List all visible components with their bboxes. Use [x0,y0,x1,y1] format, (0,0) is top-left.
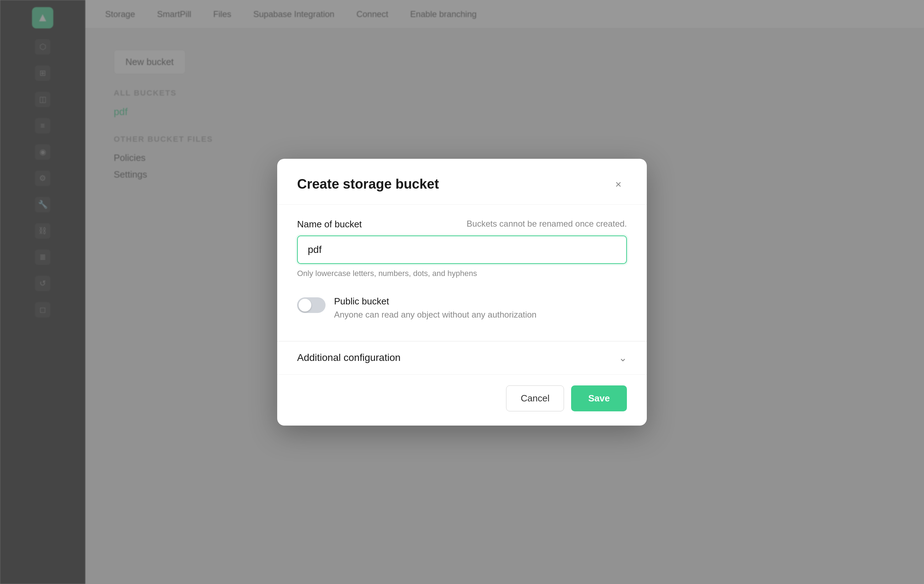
modal-title: Create storage bucket [297,176,439,192]
field-row: Name of bucket Buckets cannot be renamed… [297,219,627,230]
save-button[interactable]: Save [571,385,627,411]
public-bucket-label: Public bucket [334,296,536,307]
public-bucket-row: Public bucket Anyone can read any object… [297,292,627,327]
close-icon: × [615,178,622,191]
toggle-track[interactable] [297,297,325,313]
additional-config-label: Additional configuration [297,352,401,364]
modal-overlay: Create storage bucket × Name of bucket B… [0,0,924,584]
bucket-name-input[interactable] [297,235,627,264]
toggle-text: Public bucket Anyone can read any object… [334,296,536,320]
field-label: Name of bucket [297,219,362,230]
create-bucket-modal: Create storage bucket × Name of bucket B… [277,159,647,426]
chevron-down-icon: ⌄ [619,352,627,364]
modal-body: Name of bucket Buckets cannot be renamed… [277,205,647,341]
modal-footer: Cancel Save [277,374,647,426]
toggle-thumb [299,299,311,311]
field-hint: Buckets cannot be renamed once created. [467,219,627,229]
modal-header: Create storage bucket × [277,159,647,205]
public-bucket-description: Anyone can read any object without any a… [334,310,536,320]
modal-close-button[interactable]: × [610,176,627,193]
input-helper-text: Only lowercase letters, numbers, dots, a… [297,269,627,278]
additional-config-section[interactable]: Additional configuration ⌄ [277,341,647,374]
public-bucket-toggle[interactable] [297,297,325,313]
cancel-button[interactable]: Cancel [506,385,564,411]
